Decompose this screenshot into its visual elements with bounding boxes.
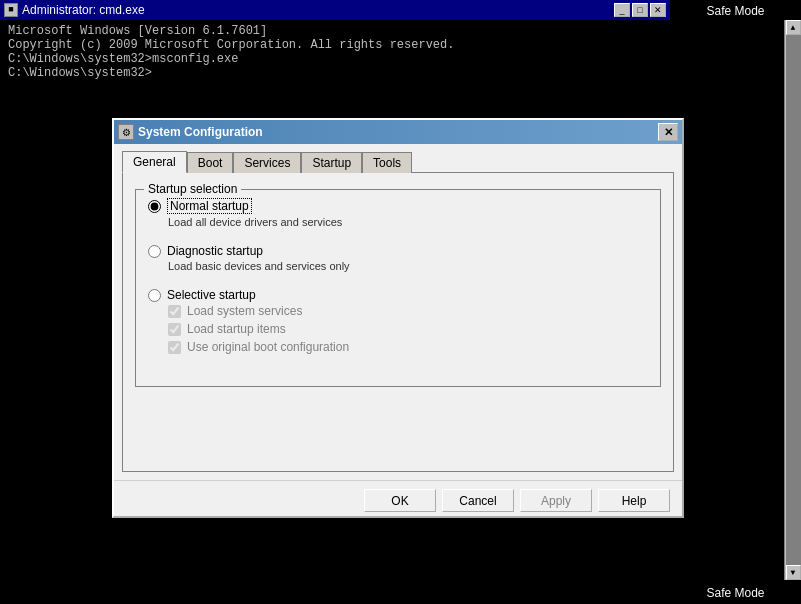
cmd-title: Administrator: cmd.exe [22, 3, 610, 17]
dialog-title: System Configuration [138, 125, 654, 139]
load-startup-items-label: Load startup items [187, 322, 286, 336]
load-system-services-label: Load system services [187, 304, 302, 318]
use-original-boot-checkbox[interactable] [168, 341, 181, 354]
normal-startup-desc: Load all device drivers and services [168, 216, 648, 228]
selective-startup-option: Selective startup Load system services L… [148, 288, 648, 354]
normal-startup-radio[interactable] [148, 200, 161, 213]
cmd-line6: C:\Windows\system32> [8, 66, 662, 80]
system-config-dialog: ⚙ System Configuration ✕ General Boot Se… [112, 118, 684, 518]
cmd-window-controls: _ □ ✕ [614, 3, 666, 17]
minimize-button[interactable]: _ [614, 3, 630, 17]
scrollbar[interactable]: ▲ ▼ [784, 20, 801, 580]
right-panel: Safe Mode Safe Mode ▲ ▼ [670, 0, 801, 604]
diagnostic-startup-option: Diagnostic startup Load basic devices an… [148, 244, 648, 272]
ok-button[interactable]: OK [364, 489, 436, 512]
startup-selection-groupbox: Startup selection Normal startup Load al… [135, 189, 661, 387]
groupbox-legend: Startup selection [144, 182, 241, 196]
cmd-titlebar: ■ Administrator: cmd.exe _ □ ✕ [0, 0, 670, 20]
tab-row: General Boot Services Startup Tools [122, 150, 674, 172]
cmd-icon: ■ [4, 3, 18, 17]
dialog-buttons: OK Cancel Apply Help [114, 480, 682, 516]
diagnostic-startup-radio[interactable] [148, 245, 161, 258]
normal-startup-label: Normal startup [167, 198, 252, 214]
diagnostic-startup-desc: Load basic devices and services only [168, 260, 648, 272]
tab-startup[interactable]: Startup [301, 152, 362, 173]
load-startup-items-checkbox[interactable] [168, 323, 181, 336]
apply-button[interactable]: Apply [520, 489, 592, 512]
cmd-line2: Copyright (c) 2009 Microsoft Corporation… [8, 38, 662, 52]
tab-content-general: Startup selection Normal startup Load al… [122, 172, 674, 472]
tab-services[interactable]: Services [233, 152, 301, 173]
tab-boot[interactable]: Boot [187, 152, 234, 173]
dialog-close-button[interactable]: ✕ [658, 123, 678, 141]
safemode-bottom: Safe Mode [670, 586, 801, 600]
selective-startup-label: Selective startup [167, 288, 256, 302]
cmd-line1: Microsoft Windows [Version 6.1.7601] [8, 24, 662, 38]
load-system-services-checkbox[interactable] [168, 305, 181, 318]
use-original-boot-label: Use original boot configuration [187, 340, 349, 354]
cmd-line4: C:\Windows\system32>msconfig.exe [8, 52, 662, 66]
close-button[interactable]: ✕ [650, 3, 666, 17]
load-system-services-row: Load system services [168, 304, 648, 318]
dialog-icon: ⚙ [118, 124, 134, 140]
tab-tools[interactable]: Tools [362, 152, 412, 173]
restore-button[interactable]: □ [632, 3, 648, 17]
diagnostic-startup-label: Diagnostic startup [167, 244, 263, 258]
normal-startup-option: Normal startup Load all device drivers a… [148, 198, 648, 228]
scroll-down-button[interactable]: ▼ [786, 565, 801, 580]
scrollbar-track [786, 35, 801, 565]
safemode-top: Safe Mode [670, 0, 801, 22]
dialog-titlebar: ⚙ System Configuration ✕ [114, 120, 682, 144]
cancel-button[interactable]: Cancel [442, 489, 514, 512]
load-startup-items-row: Load startup items [168, 322, 648, 336]
selective-startup-radio[interactable] [148, 289, 161, 302]
use-original-boot-row: Use original boot configuration [168, 340, 648, 354]
tab-general[interactable]: General [122, 151, 187, 173]
scroll-up-button[interactable]: ▲ [786, 20, 801, 35]
dialog-body: General Boot Services Startup Tools Star… [114, 144, 682, 480]
help-button[interactable]: Help [598, 489, 670, 512]
